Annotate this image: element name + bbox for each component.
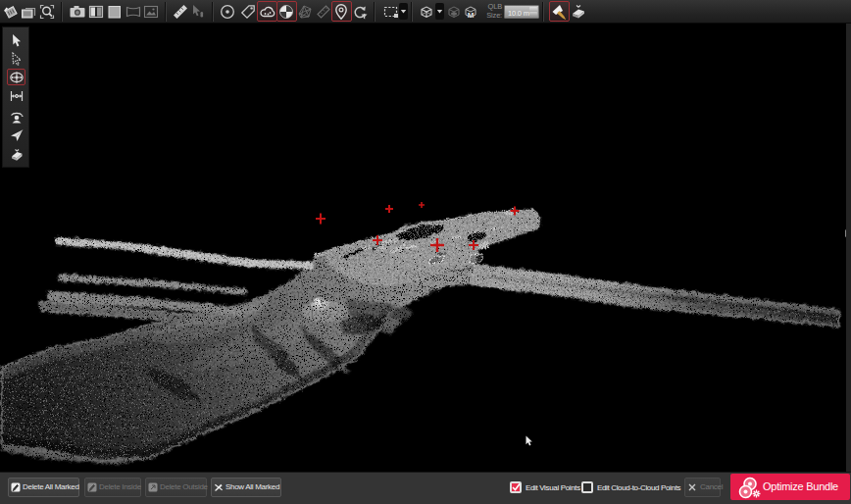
svg-text:M: M — [468, 11, 475, 20]
